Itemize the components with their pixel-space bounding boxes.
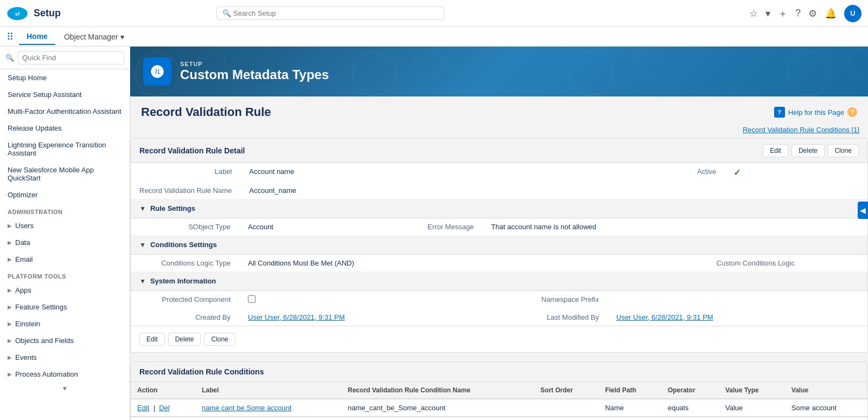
edit-button-top[interactable]: Edit [763,144,788,157]
conditions-settings-row: Conditions Logic Type All Conditions Mus… [131,255,867,272]
error-message-value: That account name is not allowed [482,218,867,235]
sidebar-category-platform-tools: PLATFORM TOOLS [0,268,130,282]
col-label: Label [195,382,341,399]
sidebar-item-einstein[interactable]: ▶ Einstein [0,315,130,332]
chevron-right-icon: ▶ [8,223,12,229]
page-header-setup-label: SETUP [180,61,329,67]
system-info-row-1: Protected Component Namespace Prefix [131,291,867,309]
col-condition-name: Record Validation Rule Condition Name [341,382,534,399]
conditions-settings-arrow: ▼ [139,241,146,249]
row-del-link[interactable]: Del [159,404,170,412]
last-modified-by-link[interactable]: User User, 6/28/2021, 9:31 PM [616,313,713,321]
search-bar[interactable]: 🔍 [216,7,444,20]
sidebar-item-release-updates[interactable]: Release Updates [0,120,130,137]
sidebar-item-mfa[interactable]: Multi-Factor Authentication Assistant [0,103,130,120]
last-modified-by-key: Last Modified By [499,309,608,326]
help-for-page-link[interactable]: ? Help for this Page ? [774,107,857,118]
sidebar-item-service-setup[interactable]: Service Setup Assistant [0,86,130,103]
nav-home[interactable]: Home [19,29,55,45]
sidebar-item-optimizer[interactable]: Optimizer [0,186,130,203]
chevron-right-icon: ▶ [8,256,12,262]
col-field-path: Field Path [598,382,661,399]
sidebar-item-events[interactable]: ▶ Events [0,349,130,366]
help-icon[interactable]: ? [795,8,801,19]
side-collapse-button[interactable]: ◀ [858,202,868,219]
sidebar-category-administration: ADMINISTRATION [0,203,130,217]
col-operator: Operator [661,382,719,399]
system-info-section-header[interactable]: ▼ System Information [131,272,867,291]
search-input[interactable] [233,9,438,17]
chevron-right-icon: ▶ [8,240,12,245]
sidebar-item-lightning-transition[interactable]: Lightning Experience Transition Assistan… [0,137,130,161]
created-by-link[interactable]: User User, 6/28/2021, 9:31 PM [248,313,344,321]
conditions-settings-section-header[interactable]: ▼ Conditions Settings [131,235,867,255]
rule-settings-arrow: ▼ [139,205,146,212]
system-info-row-2: Created By User User, 6/28/2021, 9:31 PM… [131,309,867,326]
help-link-text: Help for this Page [788,108,844,117]
star-icon[interactable]: ☆ [749,8,758,20]
protected-component-value [239,291,499,309]
namespace-prefix-key: Namespace Prefix [499,291,608,309]
row-action: Edit | Del [131,399,195,417]
sidebar-item-users[interactable]: ▶ Users [0,217,130,234]
sobject-type-key: SObject Type [131,218,239,235]
nav-object-manager[interactable]: Object Manager ▾ [56,29,132,44]
error-message-key: Error Message [374,218,482,235]
settings-icon[interactable]: ⚙ [808,8,817,20]
created-by-key: Created By [131,309,239,326]
custom-conditions-value [803,255,867,272]
col-value: Value [785,382,867,399]
sidebar-scroll-down[interactable]: ▼ [0,383,130,395]
bell-icon[interactable]: 🔔 [825,8,837,20]
conditions-table-title: Record Validation Rule Conditions [139,367,264,376]
page-header-title: Custom Metadata Types [180,67,329,82]
sidebar-item-setup-home[interactable]: Setup Home [0,69,130,86]
sidebar-item-data[interactable]: ▶ Data [0,234,130,251]
clone-button-bottom[interactable]: Clone [204,333,235,346]
sidebar-item-email[interactable]: ▶ Email [0,251,130,268]
row-label-link[interactable]: name cant be Some account [202,404,292,412]
page-header-icon [143,57,171,86]
main-content: SETUP Custom Metadata Types Record Valid… [130,47,868,420]
row-value-type: Value [719,399,785,417]
sidebar-item-apps[interactable]: ▶ Apps [0,282,130,299]
dropdown-icon[interactable]: ▾ [765,8,770,20]
grid-icon[interactable]: ⠿ [7,31,14,43]
sidebar-item-process-automation[interactable]: ▶ Process Automation [0,366,130,383]
sidebar-item-mobile-quickstart[interactable]: New Salesforce Mobile App QuickStart [0,161,130,186]
record-detail-header: Record Validation Rule Detail Edit Delet… [131,139,867,163]
delete-button-bottom[interactable]: Delete [168,333,201,346]
table-row: Edit | Del name cant be Some account nam… [131,399,867,417]
avatar[interactable]: U [844,5,861,22]
conditions-table-header: Record Validation Rule Conditions [131,362,867,382]
rule-name-key: Record Validation Rule Name [131,182,240,199]
row-label: name cant be Some account [195,399,341,417]
clone-button-top[interactable]: Clone [828,144,859,157]
row-operator: equals [661,399,719,417]
edit-button-bottom[interactable]: Edit [139,333,165,346]
page-header: SETUP Custom Metadata Types [130,47,868,96]
chevron-down-icon: ▾ [120,33,124,41]
chevron-right-icon: ▶ [8,321,12,327]
record-title-area: Record Validation Rule ? Help for this P… [130,96,868,124]
sidebar-search-input[interactable] [17,51,124,64]
rule-settings-section-header[interactable]: ▼ Rule Settings [131,199,867,218]
chevron-right-icon: ▶ [8,287,12,293]
col-action: Action [131,382,195,399]
salesforce-logo: sf [7,3,28,24]
active-checkmark: ✓ [733,168,741,177]
row-edit-link[interactable]: Edit [137,404,149,412]
conditions-top-link[interactable]: Record Validation Rule Conditions [1] [743,126,859,134]
protected-component-checkbox[interactable] [248,295,256,303]
detail-row-rule-name: Record Validation Rule Name Account_name [131,182,867,199]
record-detail-title: Record Validation Rule Detail [139,146,245,155]
detail-row-label: Label Account name Active ✓ [131,163,867,182]
add-icon[interactable]: ＋ [778,7,788,20]
sidebar-search-area[interactable]: 🔍 [0,47,130,69]
sidebar-item-feature-settings[interactable]: ▶ Feature Settings [0,299,130,315]
delete-button-top[interactable]: Delete [792,144,825,157]
conditions-logic-value: All Conditions Must Be Met (AND) [239,255,695,272]
page-header-text: SETUP Custom Metadata Types [180,61,329,82]
row-condition-name: name_cant_be_Some_account [341,399,534,417]
sidebar-item-objects-fields[interactable]: ▶ Objects and Fields [0,332,130,349]
